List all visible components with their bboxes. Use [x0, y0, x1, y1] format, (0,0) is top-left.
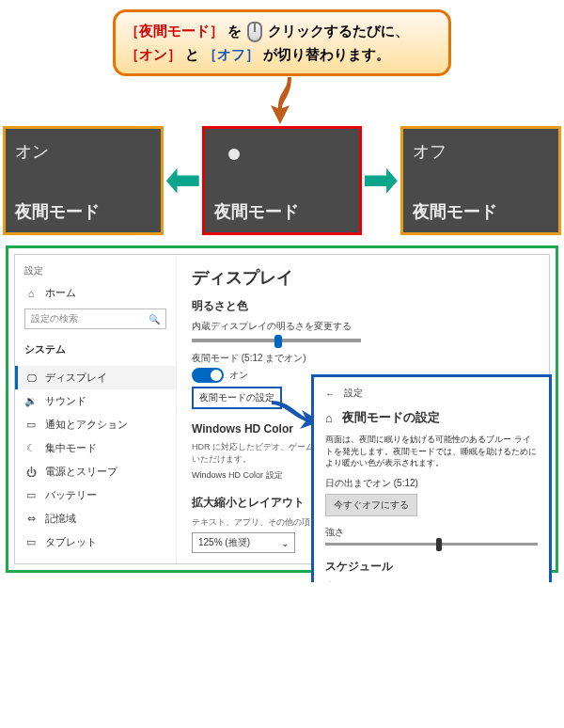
- callout-text: ［夜間モード］: [125, 24, 224, 39]
- arrow-right-icon: [363, 163, 400, 199]
- night-light-settings-link[interactable]: 夜間モードの設定: [192, 387, 282, 409]
- section-heading: スケジュール: [325, 559, 538, 575]
- storage-icon: ⇔: [24, 513, 38, 525]
- power-icon: ⏻: [24, 467, 38, 478]
- until-label: 日の出までオン (5:12): [325, 477, 538, 490]
- page-title: 夜間モードの設定: [342, 409, 440, 426]
- settings-screenshot-frame: 設定 ⌂ ホーム 設定の検索 🔍 システム 🖵 ディスプレイ 🔉 サウンド: [6, 245, 558, 573]
- sidebar-item-label: タブレット: [45, 535, 97, 549]
- arrow-down-icon: [254, 72, 310, 129]
- sidebar-item-home[interactable]: ⌂ ホーム: [15, 281, 176, 305]
- scale-dropdown[interactable]: 125% (推奨) ⌄: [192, 532, 295, 553]
- breadcrumb: 設定: [344, 387, 363, 400]
- sidebar-item-power[interactable]: ⏻ 電源とスリープ: [15, 460, 176, 483]
- sidebar-item-battery[interactable]: ▭ バッテリー: [15, 483, 176, 507]
- tablet-icon: ▭: [24, 536, 38, 548]
- home-icon: ⌂: [325, 411, 333, 425]
- back-icon[interactable]: ←: [325, 388, 335, 399]
- callout-text: クリックするたびに、: [268, 24, 409, 39]
- sidebar-item-label: ディスプレイ: [45, 371, 107, 385]
- tile-label: 夜間モード: [413, 200, 497, 223]
- search-icon: 🔍: [149, 314, 160, 324]
- brightness-icon: [222, 142, 246, 166]
- night-light-settings-window: ← 設定 ⌂ 夜間モードの設定 画面は、夜間に眠りを妨げる可能性のあるブルー ラ…: [311, 374, 552, 582]
- callout-text: と: [185, 47, 199, 62]
- search-placeholder: 設定の検索: [31, 312, 78, 325]
- sidebar-item-display[interactable]: 🖵 ディスプレイ: [15, 366, 176, 389]
- sidebar-item-sound[interactable]: 🔉 サウンド: [15, 389, 176, 413]
- sidebar-item-notifications[interactable]: ▭ 通知とアクション: [15, 413, 176, 436]
- tile-state: オフ: [413, 140, 549, 163]
- sidebar-item-label: 電源とスリープ: [45, 465, 118, 479]
- arrow-left-icon: [164, 163, 201, 199]
- window-title: 設定: [15, 262, 176, 281]
- sidebar-item-label: バッテリー: [45, 488, 97, 502]
- search-input[interactable]: 設定の検索 🔍: [24, 309, 166, 329]
- night-light-tile-off[interactable]: オフ 夜間モード: [403, 129, 558, 232]
- brightness-desc: 内蔵ディスプレイの明るさを変更する: [192, 320, 534, 333]
- night-light-toggle[interactable]: [192, 368, 224, 383]
- sidebar-item-label: 通知とアクション: [45, 418, 128, 432]
- focus-icon: ☾: [24, 442, 38, 454]
- page-title: ディスプレイ: [192, 266, 534, 289]
- sidebar-item-storage[interactable]: ⇔ 記憶域: [15, 507, 176, 530]
- callout-text: ［オフ］: [203, 47, 259, 62]
- tile-label: 夜間モード: [15, 200, 100, 223]
- brightness-slider[interactable]: [192, 339, 361, 342]
- toggle-state: オン: [229, 369, 248, 382]
- settings-sidebar: 設定 ⌂ ホーム 設定の検索 🔍 システム 🖵 ディスプレイ 🔉 サウンド: [15, 255, 177, 563]
- mouse-icon: [247, 22, 262, 42]
- tile-row: オン 夜間モード 夜間モード オフ 夜間モード: [0, 129, 564, 232]
- schedule-toggle-label: 夜間モードのスケジュール: [325, 580, 538, 582]
- sidebar-item-label: 集中モード: [45, 441, 97, 455]
- night-light-tile-center[interactable]: 夜間モード: [205, 129, 360, 232]
- instruction-callout: ［夜間モード］ を クリックするたびに、 ［オン］ と ［オフ］ が切り替わりま…: [113, 9, 451, 76]
- tile-state: オン: [15, 140, 151, 163]
- strength-slider[interactable]: [325, 543, 538, 546]
- callout-text: を: [227, 24, 242, 39]
- sidebar-item-label: ホーム: [45, 286, 76, 300]
- sidebar-item-label: 記憶域: [45, 512, 76, 526]
- sidebar-item-focus[interactable]: ☾ 集中モード: [15, 436, 176, 460]
- sidebar-item-label: サウンド: [45, 394, 86, 408]
- sidebar-item-tablet[interactable]: ▭ タブレット: [15, 530, 176, 554]
- callout-text: が切り替わります。: [263, 47, 390, 62]
- dropdown-value: 125% (推奨): [198, 536, 250, 549]
- battery-icon: ▭: [24, 489, 38, 501]
- section-heading: 明るさと色: [192, 298, 534, 314]
- night-light-label: 夜間モード (5:12 までオン): [192, 352, 534, 365]
- sidebar-section: システム: [15, 337, 176, 366]
- strength-label: 強さ: [325, 526, 538, 539]
- chevron-down-icon: ⌄: [281, 538, 289, 548]
- turn-off-now-button[interactable]: 今すぐオフにする: [325, 494, 417, 516]
- home-icon: ⌂: [24, 288, 38, 299]
- sound-icon: 🔉: [24, 395, 38, 407]
- display-icon: 🖵: [24, 372, 38, 384]
- description: 画面は、夜間に眠りを妨げる可能性のあるブルー ライトを発光します。夜間モードでは…: [325, 434, 538, 469]
- notifications-icon: ▭: [24, 419, 38, 431]
- callout-text: ［オン］: [125, 47, 181, 62]
- tile-label: 夜間モード: [214, 200, 299, 223]
- night-light-tile-on[interactable]: オン 夜間モード: [6, 129, 161, 232]
